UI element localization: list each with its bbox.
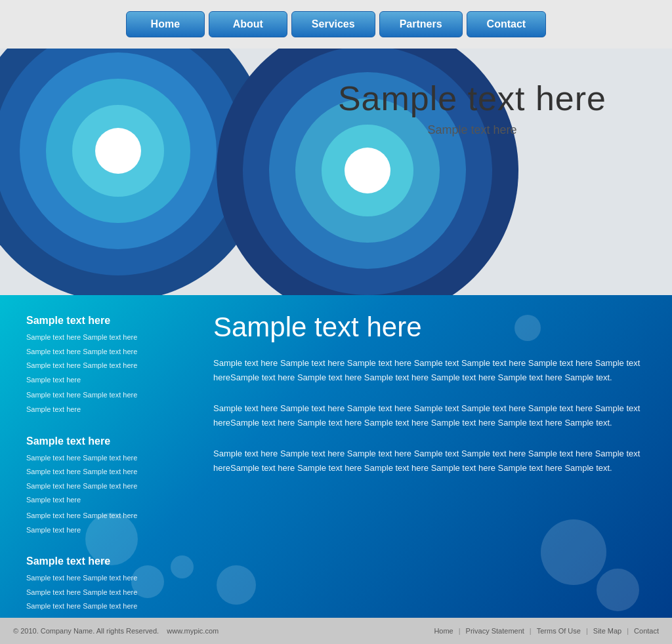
hero-subtitle: Sample text here	[338, 123, 606, 137]
nav-services[interactable]: Services	[291, 11, 375, 37]
sidebar-text-3-2: Sample text here Sample text here	[26, 601, 180, 613]
nav-about[interactable]: About	[209, 11, 287, 37]
nav-bar: Home About Services Partners Contact	[0, 0, 672, 49]
footer-link-privacy[interactable]: Privacy Statement	[466, 627, 524, 635]
bubble-7	[514, 315, 541, 341]
circle-left-6	[95, 128, 141, 174]
footer-sep-3: |	[586, 627, 588, 635]
nav-contact[interactable]: Contact	[467, 11, 547, 37]
sidebar-text-2-0: Sample text here Sample text here	[26, 453, 180, 464]
footer-sep-2: |	[530, 627, 532, 635]
bubble-6	[597, 569, 639, 611]
circle-right-6	[345, 148, 390, 193]
sidebar-text-1-0: Sample text here Sample text here	[26, 332, 180, 344]
nav-home[interactable]: Home	[126, 11, 205, 37]
footer-url: www.mypic.com	[167, 627, 219, 635]
sidebar-text-1-2: Sample text here Sample text here	[26, 360, 180, 372]
sidebar-text-1-3: Sample text here	[26, 374, 180, 386]
sidebar-heading-2: Sample text here	[26, 435, 180, 447]
footer-copyright: © 2010. Company Name. All rights Reserve…	[13, 627, 219, 635]
content-area: Sample text here Sample text here Sample…	[0, 295, 672, 618]
hero-text-block: Sample text here Sample text here	[338, 79, 606, 137]
footer-copyright-text: © 2010. Company Name. All rights Reserve…	[13, 627, 159, 635]
bubble-3	[171, 555, 194, 578]
sidebar-text-2-1: Sample text here Sample text here	[26, 466, 180, 478]
footer: © 2010. Company Name. All rights Reserve…	[0, 618, 672, 644]
nav-partners[interactable]: Partners	[379, 11, 463, 37]
sidebar-text-2-2: Sample text here Sample text here	[26, 481, 180, 493]
footer-links: Home | Privacy Statement | Terms Of Use …	[434, 627, 659, 635]
sidebar-heading-1: Sample text here	[26, 315, 180, 327]
bubble-2	[131, 565, 164, 598]
bubble-1	[85, 513, 138, 565]
main-paragraph-1: Sample text here Sample text here Sample…	[213, 356, 652, 385]
footer-link-sitemap[interactable]: Site Map	[593, 627, 621, 635]
main-heading: Sample text here	[213, 312, 652, 343]
bubble-5	[541, 519, 606, 585]
footer-link-contact[interactable]: Contact	[634, 627, 659, 635]
sidebar-text-1-4: Sample text here Sample text here	[26, 390, 180, 401]
sidebar-section-1: Sample text here Sample text here Sample…	[26, 315, 180, 416]
sidebar-text-1-1: Sample text here Sample text here	[26, 346, 180, 358]
footer-link-terms[interactable]: Terms Of Use	[537, 627, 581, 635]
hero-title: Sample text here	[338, 79, 606, 118]
sidebar-text-2-3: Sample text here	[26, 494, 180, 506]
footer-sep-1: |	[459, 627, 461, 635]
main-paragraph-3: Sample text here Sample text here Sample…	[213, 447, 652, 475]
sidebar-text-1-5: Sample text here	[26, 404, 180, 416]
footer-link-home[interactable]: Home	[434, 627, 453, 635]
main-paragraph-2: Sample text here Sample text here Sample…	[213, 401, 652, 430]
footer-sep-4: |	[627, 627, 629, 635]
sidebar: Sample text here Sample text here Sample…	[0, 295, 194, 618]
bubble-4	[217, 565, 256, 605]
